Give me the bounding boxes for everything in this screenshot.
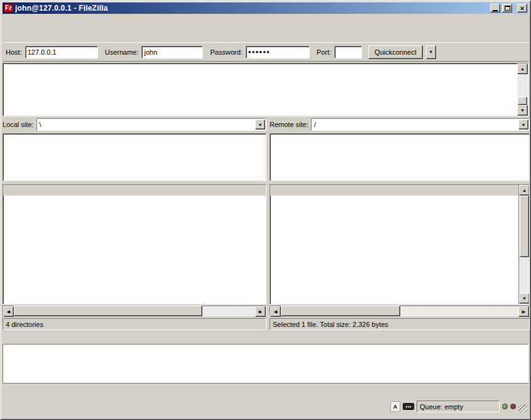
quickconnect-bar: Host: Username: Password: Port: Quickcon… bbox=[3, 43, 528, 62]
toolbar bbox=[3, 26, 528, 43]
browser-panes: Local site: \ ▼ ◀ ▶ 4 directories bbox=[3, 118, 528, 330]
app-icon: Fz bbox=[4, 4, 13, 13]
local-directory-tree bbox=[3, 133, 266, 181]
password-input[interactable] bbox=[246, 46, 310, 58]
message-log: ▲ ▼ bbox=[3, 63, 528, 116]
scroll-right-icon[interactable]: ▶ bbox=[518, 306, 529, 317]
transfer-queue bbox=[3, 333, 528, 397]
resize-grip[interactable] bbox=[518, 404, 527, 413]
scroll-down-icon[interactable]: ▼ bbox=[517, 105, 528, 116]
scrollbar-track[interactable] bbox=[519, 257, 529, 293]
queue-tabs bbox=[3, 383, 528, 397]
chevron-down-icon: ▼ bbox=[429, 50, 433, 54]
local-site-dropdown-button[interactable]: ▼ bbox=[255, 119, 265, 130]
scroll-left-icon[interactable]: ◀ bbox=[3, 306, 14, 317]
close-icon: × bbox=[520, 5, 524, 11]
statusbar: A Queue: empty bbox=[3, 399, 528, 414]
window-title: john@127.0.0.1 - FileZilla bbox=[15, 4, 488, 13]
chevron-down-icon: ▼ bbox=[522, 123, 526, 127]
close-button[interactable]: × bbox=[517, 4, 527, 13]
scrollbar-track[interactable] bbox=[517, 74, 528, 97]
scrollbar-thumb[interactable] bbox=[14, 306, 202, 316]
queue-status-text: Queue: empty bbox=[417, 401, 500, 412]
filezilla-window: Fz john@127.0.0.1 - FileZilla × Host: Us… bbox=[0, 0, 531, 420]
remote-site-value: / bbox=[314, 121, 518, 128]
scroll-down-icon[interactable]: ▼ bbox=[519, 293, 530, 304]
local-pane: Local site: \ ▼ ◀ ▶ 4 directories bbox=[3, 118, 266, 330]
scroll-up-icon[interactable]: ▲ bbox=[519, 185, 530, 196]
remote-site-label: Remote site: bbox=[270, 121, 309, 128]
scrollbar-thumb[interactable] bbox=[281, 306, 400, 316]
username-label: Username: bbox=[105, 48, 139, 56]
local-site-combobox[interactable]: \ ▼ bbox=[36, 118, 266, 131]
scroll-right-icon[interactable]: ▶ bbox=[255, 306, 266, 317]
host-label: Host: bbox=[6, 48, 22, 56]
local-horizontal-scrollbar[interactable]: ◀ ▶ bbox=[3, 306, 266, 316]
maximize-icon bbox=[505, 6, 510, 11]
remote-file-list: ▲ ▼ bbox=[270, 184, 530, 304]
data-type-ascii-icon: A bbox=[390, 401, 400, 412]
scrollbar-track[interactable] bbox=[202, 306, 255, 316]
remote-directory-tree bbox=[270, 133, 530, 181]
remote-vertical-scrollbar[interactable]: ▲ ▼ bbox=[518, 185, 529, 304]
receive-indicator-led-icon bbox=[502, 404, 508, 409]
host-input[interactable] bbox=[25, 46, 98, 58]
remote-status-text: Selected 1 file. Total size: 2,326 bytes bbox=[270, 318, 530, 330]
minimize-icon bbox=[493, 6, 498, 11]
scroll-up-icon[interactable]: ▲ bbox=[517, 64, 528, 74]
scrollbar-thumb[interactable] bbox=[520, 196, 529, 257]
quickconnect-dropdown-button[interactable]: ▼ bbox=[426, 45, 436, 59]
quickconnect-button[interactable]: Quickconnect bbox=[368, 45, 423, 59]
remote-pane: Remote site: / ▼ ▲ ▼ bbox=[270, 118, 530, 330]
menubar bbox=[3, 14, 528, 26]
port-label: Port: bbox=[317, 48, 331, 56]
local-site-value: \ bbox=[40, 121, 255, 128]
message-log-scrollbar[interactable]: ▲ ▼ bbox=[517, 64, 528, 116]
chevron-down-icon: ▼ bbox=[258, 123, 263, 127]
minimize-button[interactable] bbox=[490, 4, 500, 13]
scrollbar-thumb[interactable] bbox=[518, 97, 527, 105]
message-log-lines bbox=[3, 64, 517, 116]
local-status-text: 4 directories bbox=[3, 318, 266, 330]
local-file-list bbox=[3, 184, 266, 304]
scrollbar-track[interactable] bbox=[400, 306, 518, 316]
remote-site-dropdown-button[interactable]: ▼ bbox=[518, 119, 528, 130]
remote-file-rows bbox=[270, 196, 518, 304]
local-site-label: Local site: bbox=[3, 121, 34, 128]
speed-limit-icon bbox=[403, 403, 414, 410]
transfer-queue-body[interactable] bbox=[3, 344, 528, 383]
port-input[interactable] bbox=[334, 46, 362, 58]
username-input[interactable] bbox=[141, 46, 203, 58]
scroll-left-icon[interactable]: ◀ bbox=[270, 306, 281, 317]
password-label: Password: bbox=[210, 48, 242, 56]
remote-horizontal-scrollbar[interactable]: ◀ ▶ bbox=[270, 306, 530, 316]
titlebar: Fz john@127.0.0.1 - FileZilla × bbox=[3, 3, 528, 14]
maximize-button[interactable] bbox=[502, 4, 512, 13]
local-file-rows bbox=[3, 196, 266, 304]
remote-site-combobox[interactable]: / ▼ bbox=[311, 118, 530, 131]
send-indicator-led-icon bbox=[510, 404, 516, 409]
